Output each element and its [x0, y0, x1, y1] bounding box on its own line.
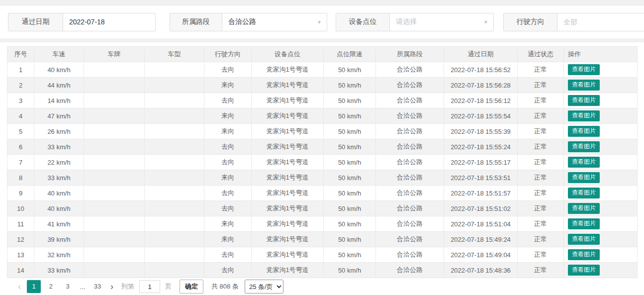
device-point-label: 设备点位: [336, 13, 390, 31]
column-header-1: 车速: [34, 47, 84, 62]
cell-direction: 来向: [204, 232, 252, 247]
column-header-9: 通过状态: [518, 47, 564, 62]
chevron-down-icon: ▼: [317, 19, 322, 25]
direction-label: 行驶方向: [504, 13, 557, 31]
view-image-button[interactable]: 查看图片: [568, 218, 600, 229]
cell-plate: [84, 78, 145, 93]
cell-plate: [84, 155, 145, 170]
cell-time: 2022-07-18 15:49:24: [444, 232, 518, 247]
pagination-bar: ‹ 123...33 › 到第 页 确定 共 808 条 25 条/页: [0, 278, 644, 295]
table-row: 1332 km/h去向党家沟1号弯道50 km/h合洽公路2022-07-18 …: [7, 247, 638, 263]
cell-index: 11: [7, 216, 34, 232]
cell-model: [145, 186, 204, 201]
confirm-button[interactable]: 确定: [180, 280, 203, 294]
records-table: 序号车速车牌车型行驶方向设备点位点位限速所属路段通过日期通过状态操作 140 k…: [7, 46, 638, 278]
cell-time: 2022-07-18 15:56:12: [444, 93, 518, 108]
cell-status: 正常: [518, 263, 564, 278]
cell-time: 2022-07-18 15:49:04: [444, 247, 518, 263]
next-page-icon[interactable]: ›: [107, 280, 116, 293]
column-header-8: 通过日期: [444, 47, 518, 62]
cell-action: 查看图片: [564, 139, 638, 155]
cell-road: 合洽公路: [376, 170, 444, 186]
cell-direction: 来向: [204, 108, 252, 124]
view-image-button[interactable]: 查看图片: [568, 64, 600, 75]
goto-page-input[interactable]: [139, 280, 160, 293]
road-section-value: 合洽公路: [228, 17, 256, 26]
cell-road: 合洽公路: [376, 78, 444, 93]
prev-page-icon[interactable]: ‹: [15, 280, 24, 293]
direction-input[interactable]: [563, 18, 644, 26]
table-row: 1141 km/h来向党家沟1号弯道50 km/h合洽公路2022-07-18 …: [7, 216, 638, 232]
table-row: 1040 km/h去向党家沟1号弯道50 km/h合洽公路2022-07-18 …: [7, 201, 638, 216]
cell-device: 党家沟1号弯道: [252, 186, 324, 201]
cell-plate: [84, 232, 145, 247]
cell-limit: 50 km/h: [324, 247, 376, 263]
cell-device: 党家沟1号弯道: [252, 78, 324, 93]
cell-device: 党家沟1号弯道: [252, 155, 324, 170]
page-number-33[interactable]: 33: [91, 280, 104, 293]
device-point-select[interactable]: 请选择 ▼: [390, 13, 493, 31]
cell-model: [145, 170, 204, 186]
view-image-button[interactable]: 查看图片: [568, 95, 600, 105]
view-image-button[interactable]: 查看图片: [568, 126, 600, 136]
cell-speed: 14 km/h: [34, 93, 84, 108]
cell-index: 10: [7, 201, 34, 216]
cell-plate: [84, 139, 145, 155]
cell-status: 正常: [518, 108, 564, 124]
cell-time: 2022-07-18 15:51:04: [444, 216, 518, 232]
cell-model: [145, 139, 204, 155]
view-image-button[interactable]: 查看图片: [568, 234, 600, 244]
page-number-1[interactable]: 1: [27, 280, 41, 293]
table-row: 314 km/h去向党家沟1号弯道50 km/h合洽公路2022-07-18 1…: [7, 93, 638, 108]
cell-status: 正常: [518, 232, 564, 247]
road-section-select[interactable]: 合洽公路 ▼: [222, 13, 327, 31]
cell-road: 合洽公路: [376, 124, 444, 139]
cell-time: 2022-07-18 15:55:54: [444, 108, 518, 124]
cell-limit: 50 km/h: [324, 170, 376, 186]
cell-speed: 33 km/h: [34, 263, 84, 278]
cell-status: 正常: [518, 93, 564, 108]
cell-plate: [84, 62, 145, 78]
page-number-2[interactable]: 2: [44, 280, 58, 293]
pass-date-input[interactable]: [69, 18, 149, 26]
cell-speed: 40 km/h: [34, 201, 84, 216]
cell-direction: 去向: [204, 62, 252, 78]
cell-model: [145, 93, 204, 108]
cell-action: 查看图片: [564, 155, 638, 170]
filter-bar: 通过日期 所属路段 合洽公路 ▼ 设备点位 请选择 ▼ 行驶方向: [0, 5, 644, 38]
cell-limit: 50 km/h: [324, 139, 376, 155]
cell-model: [145, 78, 204, 93]
view-image-button[interactable]: 查看图片: [568, 265, 600, 275]
cell-time: 2022-07-18 15:51:57: [444, 186, 518, 201]
cell-model: [145, 247, 204, 263]
view-image-button[interactable]: 查看图片: [568, 188, 600, 198]
table-row: 447 km/h来向党家沟1号弯道50 km/h合洽公路2022-07-18 1…: [7, 108, 638, 124]
column-header-2: 车牌: [84, 47, 145, 62]
cell-speed: 47 km/h: [34, 108, 84, 124]
page-size-select[interactable]: 25 条/页: [245, 280, 283, 294]
cell-index: 12: [7, 232, 34, 247]
view-image-button[interactable]: 查看图片: [568, 157, 600, 167]
cell-model: [145, 263, 204, 278]
table-row: 722 km/h去向党家沟1号弯道50 km/h合洽公路2022-07-18 1…: [7, 155, 638, 170]
cell-plate: [84, 263, 145, 278]
cell-direction: 去向: [204, 93, 252, 108]
cell-action: 查看图片: [564, 186, 638, 201]
cell-device: 党家沟1号弯道: [252, 263, 324, 278]
cell-model: [145, 108, 204, 124]
column-header-7: 所属路段: [376, 47, 444, 62]
view-image-button[interactable]: 查看图片: [568, 110, 600, 121]
column-header-5: 设备点位: [252, 47, 324, 62]
view-image-button[interactable]: 查看图片: [568, 172, 600, 183]
view-image-button[interactable]: 查看图片: [568, 203, 600, 213]
cell-direction: 去向: [204, 186, 252, 201]
cell-index: 6: [7, 139, 34, 155]
cell-direction: 去向: [204, 263, 252, 278]
view-image-button[interactable]: 查看图片: [568, 80, 600, 90]
view-image-button[interactable]: 查看图片: [568, 141, 600, 152]
cell-index: 3: [7, 93, 34, 108]
view-image-button[interactable]: 查看图片: [568, 249, 600, 260]
cell-status: 正常: [518, 170, 564, 186]
page-number-3[interactable]: 3: [61, 280, 75, 293]
cell-direction: 来向: [204, 124, 252, 139]
